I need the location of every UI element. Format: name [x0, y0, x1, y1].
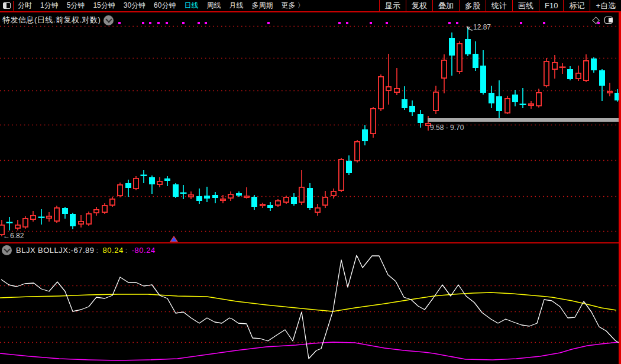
chevron-down-icon[interactable]: [2, 245, 12, 255]
timeframe-item-8[interactable]: 月线: [225, 0, 247, 11]
panel-divider[interactable]: [0, 242, 621, 243]
timeframe-item-3[interactable]: 15分钟: [89, 0, 119, 11]
annotation-bar[interactable]: [428, 118, 619, 122]
action-item-3[interactable]: 多股: [459, 0, 486, 11]
action-item-6[interactable]: F10: [539, 0, 563, 11]
bolljx-main-line: [1, 255, 619, 359]
indicator-value-yellow: 80.24: [103, 246, 124, 255]
timeframe-group: 分时1分钟5分钟15分钟30分钟60分钟日线周线月线多周期更多 〉: [14, 0, 309, 11]
right-scroll-edge[interactable]: [619, 12, 621, 364]
timeframe-item-9[interactable]: 多周期: [247, 0, 277, 11]
timeframe-item-7[interactable]: 周线: [202, 0, 225, 11]
stock-title: 特发信息(日线.前复权.对数): [2, 15, 101, 25]
price-range-label: 9.58 - 9.70: [430, 124, 464, 132]
indicator-value-magenta: -80.24: [132, 246, 156, 255]
timeframe-item-4[interactable]: 30分钟: [119, 0, 150, 11]
timeframe-item-0[interactable]: 分时: [14, 0, 36, 11]
toolbar: 分时1分钟5分钟15分钟30分钟60分钟日线周线月线多周期更多 〉 显示复权叠加…: [0, 0, 621, 12]
titlebar: 特发信息(日线.前复权.对数): [0, 14, 617, 27]
action-item-7[interactable]: 标记: [563, 0, 590, 11]
chart-canvas[interactable]: [0, 0, 621, 364]
action-item-1[interactable]: 复权: [406, 0, 432, 11]
timeframe-item-6[interactable]: 日线: [180, 0, 202, 11]
low-price-label: ←6.82: [3, 232, 24, 240]
timeframe-item-10[interactable]: 更多 〉: [277, 0, 308, 11]
timeframe-item-1[interactable]: 1分钟: [36, 0, 63, 11]
timeframe-item-2[interactable]: 5分钟: [63, 0, 89, 11]
timeframe-item-5[interactable]: 60分钟: [150, 0, 180, 11]
diamond-icon[interactable]: [592, 17, 600, 24]
indicator-separator: :: [125, 246, 128, 255]
indicator-header: BLJX BOLLJX:-67.89 : 80.24 : -80.24: [0, 244, 156, 256]
action-item-0[interactable]: 显示: [379, 0, 406, 11]
action-group: 显示复权叠加多股统计画线F10标记+自选: [379, 0, 621, 11]
action-item-4[interactable]: 统计: [486, 0, 512, 11]
chevron-down-icon[interactable]: [104, 15, 114, 25]
action-item-8[interactable]: +自选: [590, 0, 621, 11]
action-item-5[interactable]: 画线: [512, 0, 539, 11]
split-window-icon[interactable]: [3, 2, 11, 9]
titlebar-icons: [593, 17, 613, 24]
indicator-name: BLJX: [16, 246, 35, 255]
trading-app-window: 分时1分钟5分钟15分钟30分钟60分钟日线周线月线多周期更多 〉 显示复权叠加…: [0, 0, 621, 364]
indicator-value-white: BOLLJX:-67.89: [38, 246, 94, 255]
window-layout-icon[interactable]: [604, 17, 613, 24]
indicator-separator: :: [96, 246, 98, 255]
action-item-2[interactable]: 叠加: [432, 0, 459, 11]
more-data-marker[interactable]: [170, 236, 177, 242]
